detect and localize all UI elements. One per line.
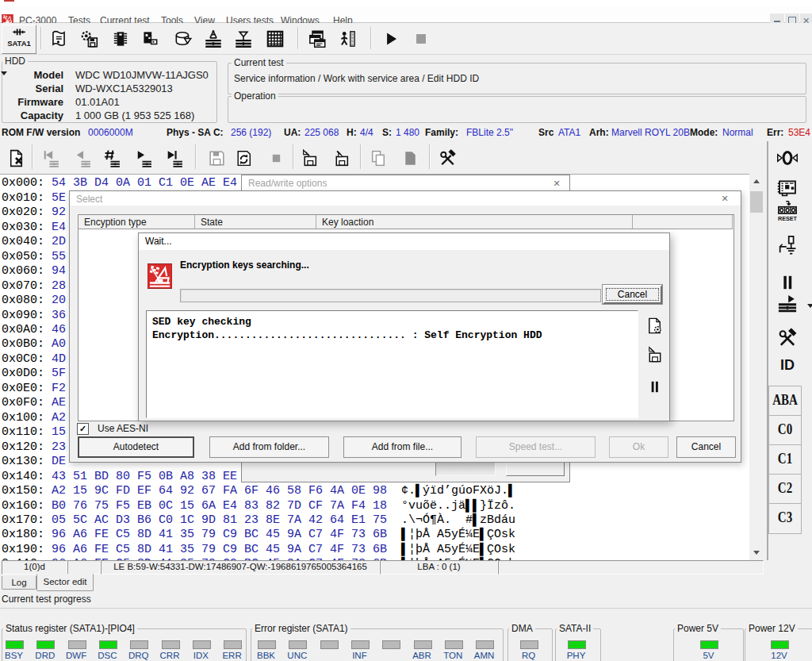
hex-row: 0x060: 94 xyxy=(2,265,66,277)
page-close-icon[interactable] xyxy=(6,148,26,168)
table-header-state[interactable]: State xyxy=(195,215,316,229)
status-label: UA: xyxy=(284,127,301,138)
platters-play-icon[interactable] xyxy=(776,292,799,314)
tool-button-c1[interactable]: C1 xyxy=(768,444,802,475)
save-icon[interactable] xyxy=(207,148,227,168)
wait-log-area[interactable]: SED key checkingEncryption..............… xyxy=(146,310,638,418)
paste-icon[interactable] xyxy=(400,148,419,168)
copy-icon[interactable] xyxy=(369,148,389,168)
led-amn xyxy=(476,640,494,649)
use-aes-ni-label: Use AES-NI xyxy=(98,423,148,434)
scroll-up-button[interactable] xyxy=(749,175,764,188)
led-dsc xyxy=(99,640,117,649)
wait-log-line: SED key checking xyxy=(152,316,251,328)
heads-load-icon[interactable] xyxy=(233,29,254,49)
tool-button-c2[interactable]: C2 xyxy=(768,474,802,505)
nav-prev-icon[interactable] xyxy=(72,148,92,168)
save-out-icon[interactable] xyxy=(300,148,320,168)
cancel-button[interactable]: Cancel xyxy=(676,436,736,458)
led-5v xyxy=(700,640,718,649)
toolbar-separator xyxy=(40,27,42,49)
table-header-encyption-type[interactable]: Encyption type xyxy=(79,215,195,229)
scroll-down-button[interactable] xyxy=(749,546,764,559)
register-group-title: Status register (SATA1)-[PIO4] xyxy=(3,623,137,634)
wait-dialog-titlebar[interactable]: Wait... xyxy=(139,233,669,250)
grid-icon[interactable] xyxy=(265,29,285,49)
goto-sector-icon[interactable] xyxy=(102,148,121,168)
hex-row: 0x130: DE xyxy=(2,455,66,467)
cascade-windows-icon[interactable] xyxy=(307,29,327,49)
id-tool-button[interactable]: ID xyxy=(775,357,800,374)
hex-row: 0x180: 96 A6 FE C5 8D 41 35 79 C9 BC 45 … xyxy=(2,528,515,540)
tab-log[interactable]: Log xyxy=(2,576,36,590)
tools-icon[interactable] xyxy=(438,148,458,168)
save-log-icon[interactable] xyxy=(645,346,664,364)
stop-icon[interactable] xyxy=(411,29,431,49)
add-from-folder--button[interactable]: Add from folder... xyxy=(209,436,329,458)
hdd-dropdown-arrow-icon[interactable] xyxy=(1,71,7,75)
table-header-empty[interactable] xyxy=(633,215,733,229)
zero-jump-icon[interactable] xyxy=(776,147,799,169)
autodetect-button[interactable]: Autodetect xyxy=(78,436,194,458)
tool-button-c0[interactable]: C0 xyxy=(768,415,802,446)
blocks-icon[interactable] xyxy=(140,29,160,49)
heads-tower-icon[interactable] xyxy=(203,29,224,49)
add-from-file--button[interactable]: Add from file... xyxy=(343,436,462,458)
wait-cancel-button[interactable]: Cancel xyxy=(603,285,662,304)
pause-icon[interactable] xyxy=(776,271,799,294)
hex-row: 0x0E0: F2 xyxy=(2,382,66,394)
chip-icon[interactable] xyxy=(110,29,131,49)
doc-gear-icon xyxy=(645,317,664,335)
disk-arrow-icon[interactable] xyxy=(173,29,193,49)
scroll-thumb[interactable] xyxy=(750,191,763,213)
status-value: 53E4 xyxy=(788,127,810,138)
tab-sector-edit[interactable]: Sector edit xyxy=(36,574,94,591)
nav-last-icon[interactable] xyxy=(164,148,184,168)
led-label: UNC xyxy=(282,651,312,660)
stop-small-icon xyxy=(266,148,286,168)
led-label: ABR xyxy=(407,651,438,660)
tool-button-c3[interactable]: C3 xyxy=(768,503,802,534)
led-label: 12V xyxy=(764,651,795,660)
statusbar-cell: 1(0)d xyxy=(2,560,67,575)
probe-icon[interactable] xyxy=(776,234,799,256)
use-aes-ni-checkbox[interactable]: ✓ xyxy=(77,423,89,435)
led-phy xyxy=(568,640,586,649)
select-dialog-titlebar[interactable]: Select ✕ xyxy=(70,191,741,206)
refresh-icon[interactable] xyxy=(234,148,254,168)
led-label: DRQ xyxy=(123,651,154,660)
rw-window-titlebar[interactable]: Read/write options ✕ xyxy=(242,175,569,191)
script-info-icon[interactable] xyxy=(48,29,69,49)
save-out-icon xyxy=(300,148,320,168)
stop-small-icon[interactable] xyxy=(266,148,286,168)
play-icon[interactable] xyxy=(381,29,401,49)
select-close-icon[interactable]: ✕ xyxy=(718,192,731,205)
card-icon[interactable] xyxy=(776,176,799,198)
save-in-icon[interactable] xyxy=(331,148,351,168)
nav-next-icon[interactable] xyxy=(133,148,153,168)
nav-first-icon[interactable] xyxy=(40,148,60,168)
statusbar-cell xyxy=(67,560,101,575)
dropdown-arrow-icon[interactable] xyxy=(807,304,812,308)
hex-scrollbar[interactable] xyxy=(749,175,764,560)
table-header-key-loaction[interactable]: Key loaction xyxy=(316,215,633,229)
tool-button-aba[interactable]: ABA xyxy=(768,386,802,417)
doc-gear-icon[interactable] xyxy=(645,317,664,335)
rw-close-icon[interactable]: ✕ xyxy=(550,177,563,190)
blocks-icon xyxy=(140,29,160,49)
reset-icon xyxy=(776,200,799,222)
pause-icon[interactable] xyxy=(645,378,664,396)
exit-icon[interactable] xyxy=(337,29,358,49)
page-close-icon xyxy=(6,148,26,168)
register-group-title: SATA-II xyxy=(557,623,593,634)
hex-row: 0x010: 5E xyxy=(2,192,66,204)
hex-row: 0x090: 36 xyxy=(2,309,66,321)
sata1-port-button[interactable]: SATA1 xyxy=(2,25,36,54)
led-idx xyxy=(193,640,211,649)
register-group-title: Error register (SATA1) xyxy=(252,623,350,634)
gear-save-icon[interactable] xyxy=(79,29,99,49)
status-value: 4/4 xyxy=(360,127,373,138)
tools-icon[interactable] xyxy=(776,327,799,349)
hex-row: 0x150: A2 15 9C FD EF 64 92 67 FA 6F 46 … xyxy=(2,485,515,497)
reset-icon[interactable] xyxy=(776,200,799,222)
